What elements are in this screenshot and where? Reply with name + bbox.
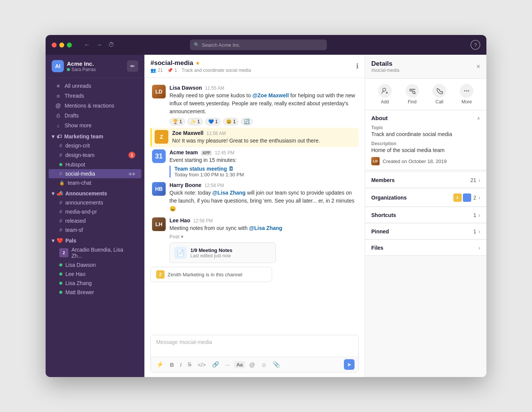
action-more[interactable]: More <box>460 84 473 105</box>
show-more-icon: ↓ <box>55 122 62 128</box>
mention[interactable]: @Lisa Zhang <box>212 190 246 196</box>
app-badge: APP <box>201 151 212 155</box>
channel-item-team-sf[interactable]: # team-sf <box>49 225 141 235</box>
channel-item-social-media[interactable]: # social-media ◈◈ <box>49 169 141 178</box>
toolbar-format[interactable]: Aa <box>234 361 245 368</box>
action-add[interactable]: Add <box>378 84 392 105</box>
channel-description: Track and coordinate social media <box>182 68 251 73</box>
mention[interactable]: @Zoe Maxwell <box>252 92 289 98</box>
dm-item-lisa-zhang[interactable]: Lisa Zhang <box>49 279 141 288</box>
close-details-button[interactable]: × <box>476 63 480 71</box>
reaction-trophy[interactable]: 🏆 1 <box>169 118 185 125</box>
messages-list: LD Lisa Dawson 11:55 AM Really need to g… <box>144 78 365 332</box>
reaction-sparkle[interactable]: ✨ 1 <box>187 118 203 125</box>
search-input[interactable] <box>202 42 323 48</box>
organizations-row[interactable]: Organizations Z 2 › <box>365 189 486 207</box>
back-button[interactable]: ← <box>82 41 92 49</box>
dm-item-arcadio[interactable]: 2 Arcadio Buendia, Lisa Zh... <box>49 245 141 260</box>
toolbar-strikethrough[interactable]: S̶ <box>186 360 193 369</box>
sidebar-item-show-more[interactable]: ↓ Show more <box>49 120 141 130</box>
shortcuts-right: 1 › <box>473 212 480 218</box>
info-button[interactable]: ℹ <box>356 62 359 70</box>
channel-item-hubspot[interactable]: Hubspot <box>49 160 141 169</box>
send-button[interactable]: ➤ <box>344 359 355 370</box>
mentions-icon: @ <box>55 103 62 109</box>
about-header[interactable]: About ∧ <box>371 115 480 121</box>
help-button[interactable]: ? <box>470 40 480 50</box>
files-row[interactable]: Files › <box>365 240 486 256</box>
star-icon[interactable]: ★ <box>195 60 200 66</box>
organizations-arrow: › <box>478 195 480 201</box>
dm-item-matt-brewer[interactable]: Matt Brewer <box>49 288 141 297</box>
members-row[interactable]: Members 21 › <box>365 173 486 188</box>
message-content: Lisa Dawson 11:55 AM Really need to give… <box>169 85 357 125</box>
channel-item-announcements[interactable]: # announcements <box>49 198 141 207</box>
channel-group-marketing[interactable]: ▾ 🏷 Marketing team <box>46 130 144 141</box>
channel-item-team-chat[interactable]: 🔒 team-chat <box>49 178 141 187</box>
channel-item-design-team[interactable]: # design-team 1 <box>49 150 141 160</box>
toolbar-attach[interactable]: 📎 <box>271 360 282 369</box>
edit-button[interactable]: ✏ <box>127 60 138 72</box>
toolbar-mention[interactable]: @ <box>247 360 257 369</box>
search-bar: 🔍 <box>190 40 327 50</box>
toolbar-code[interactable]: </> <box>196 360 208 369</box>
workspace-info[interactable]: AI Acme Inc. Sara Parras <box>52 60 96 72</box>
workspace-header: AI Acme Inc. Sara Parras ✏ <box>46 55 144 78</box>
message-time: 12:45 PM <box>215 150 234 155</box>
details-title-block: Details #social-media <box>371 60 399 73</box>
toolbar-link[interactable]: 🔗 <box>210 360 221 369</box>
action-find[interactable]: Find <box>405 84 419 105</box>
maximize-button[interactable] <box>67 43 72 48</box>
toolbar-bold[interactable]: B <box>168 360 176 369</box>
avatar-acme: 31 <box>152 149 166 163</box>
hubspot-status <box>59 163 62 166</box>
message-group-acme: 31 Acme team APP 12:45 PM Event starting… <box>150 147 359 180</box>
zenith-banner: Z Zenith Marketing is in this channel <box>150 267 272 282</box>
channel-item-released[interactable]: # released <box>49 216 141 225</box>
find-icon <box>405 84 419 98</box>
message-input[interactable] <box>151 335 358 355</box>
message-text: Meeting notes from our sync with @Lisa Z… <box>169 224 357 232</box>
dm-item-lisa-dawson[interactable]: Lisa Dawson <box>49 260 141 269</box>
reaction-heart[interactable]: 💙 1 <box>205 118 221 125</box>
message-group: LD Lisa Dawson 11:55 AM Really need to g… <box>150 82 359 128</box>
hash-icon: # <box>59 209 62 215</box>
channel-name: #social-media <box>150 59 193 67</box>
close-button[interactable] <box>52 43 57 48</box>
sidebar-item-mentions[interactable]: @ Mentions & reactions <box>49 101 141 111</box>
chat-header: #social-media ★ 👥 21 📌 1 Track and coord… <box>144 55 365 78</box>
meeting-card[interactable]: 📄 1/9 Meeting Notes Last edited just now <box>169 242 276 263</box>
reaction-happy[interactable]: 😃 1 <box>223 118 239 125</box>
dm-avatar: 2 <box>59 248 68 257</box>
reaction-add[interactable]: 🔄 <box>241 118 253 125</box>
pinned-count: 1 <box>473 228 477 235</box>
mention[interactable]: @Lisa Zhang <box>249 225 282 231</box>
minimize-button[interactable] <box>59 43 64 48</box>
reactions: 🏆 1 ✨ 1 💙 1 😃 1 🔄 <box>169 118 357 125</box>
message-group-harry: HB Harry Boone 12:58 PM Quick note: toda… <box>150 180 359 215</box>
pin-icon: 📌 <box>167 68 173 73</box>
toolbar-more[interactable]: ··· <box>223 360 232 369</box>
pinned-row[interactable]: Pinned 1 › <box>365 224 486 239</box>
forward-button[interactable]: → <box>95 41 104 49</box>
history-button[interactable]: ⏱ <box>107 41 116 49</box>
channel-item-media-and-pr[interactable]: # media-and-pr <box>49 207 141 216</box>
channel-item-design-crit[interactable]: # design-crit <box>49 141 141 150</box>
toolbar-emoji[interactable]: ☺ <box>259 360 269 369</box>
channel-group-announcements[interactable]: ▾ 📣 Announcements <box>46 187 144 198</box>
sidebar-item-all-unreads[interactable]: ≡ All unreads <box>49 81 141 91</box>
channel-group-pals[interactable]: ▾ ❤️ Pals <box>46 235 144 245</box>
main-layout: AI Acme Inc. Sara Parras ✏ ≡ All unreads <box>46 55 486 377</box>
sidebar-item-threads[interactable]: ⌾ Threads <box>49 91 141 101</box>
members-arrow: › <box>478 177 480 183</box>
toolbar-italic[interactable]: I <box>178 360 184 369</box>
toolbar-lightning[interactable]: ⚡ <box>155 360 166 369</box>
sidebar-item-drafts[interactable]: ⎙ Drafts <box>49 111 141 120</box>
action-call[interactable]: Call <box>432 84 446 105</box>
post-button[interactable]: Post ▾ <box>169 234 357 239</box>
details-title: Details <box>371 60 399 68</box>
dm-item-lee-hao[interactable]: Lee Hao <box>49 269 141 279</box>
pinned-right: 1 › <box>473 228 480 235</box>
hash-icon: # <box>59 218 62 224</box>
shortcuts-row[interactable]: Shortcuts 1 › <box>365 208 486 223</box>
